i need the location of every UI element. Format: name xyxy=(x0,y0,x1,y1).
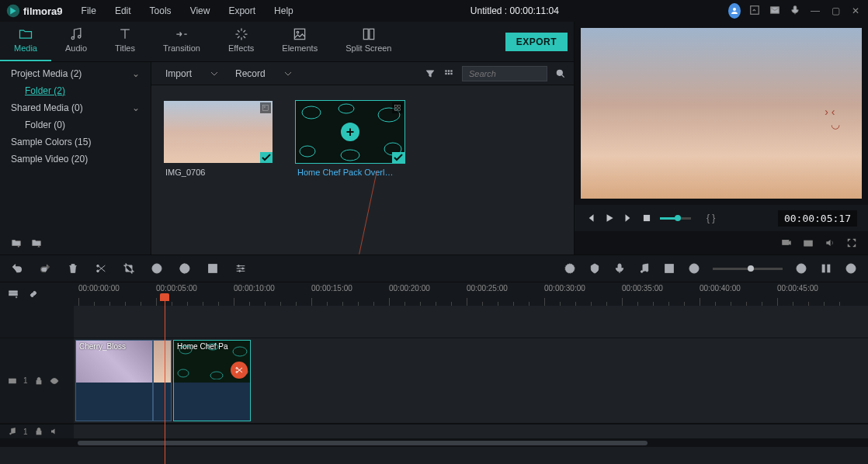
search-icon[interactable] xyxy=(555,68,566,79)
sidebar-project-media[interactable]: Project Media (2)⌄ xyxy=(0,65,151,82)
zoom-out-icon[interactable] xyxy=(688,262,700,275)
mail-icon[interactable] xyxy=(769,5,781,18)
sidebar-shared-media[interactable]: Shared Media (0)⌄ xyxy=(0,99,151,116)
export-frame-icon[interactable] xyxy=(663,262,675,275)
render-icon[interactable] xyxy=(564,262,576,275)
help-icon[interactable] xyxy=(845,262,857,275)
timeline-view-icon[interactable] xyxy=(820,262,832,275)
thumb-label: IMG_0706 xyxy=(164,168,273,177)
sidebar-folder-0[interactable]: Folder (0) xyxy=(0,116,151,133)
menu-view[interactable]: View xyxy=(182,2,218,19)
video-track-body[interactable]: Cherry_Bloss Home Chef Pa xyxy=(74,338,868,423)
record-dropdown[interactable]: Record xyxy=(229,66,298,81)
clip-transition-gap[interactable] xyxy=(153,340,172,421)
window-maximize[interactable]: ▢ xyxy=(829,5,842,16)
link-icon[interactable] xyxy=(28,289,39,300)
clip-cherry-blossom[interactable]: Cherry_Bloss xyxy=(75,340,153,421)
svg-point-39 xyxy=(238,265,239,267)
speed-icon[interactable] xyxy=(151,262,163,275)
speaker-icon[interactable] xyxy=(50,427,59,436)
track-number: 1 xyxy=(23,428,28,436)
export-button[interactable]: EXPORT xyxy=(505,33,568,51)
mic-icon[interactable] xyxy=(789,5,801,18)
filter-icon[interactable] xyxy=(425,68,436,79)
user-avatar-icon[interactable] xyxy=(728,3,741,19)
playback-volume-slider[interactable] xyxy=(660,217,691,220)
svg-rect-14 xyxy=(445,72,446,74)
tab-audio[interactable]: Audio xyxy=(51,22,101,61)
color-icon[interactable] xyxy=(179,262,191,275)
delete-folder-icon[interactable] xyxy=(31,237,42,248)
new-folder-icon[interactable] xyxy=(11,237,22,248)
undo-icon[interactable] xyxy=(11,262,23,275)
voiceover-icon[interactable] xyxy=(613,262,626,275)
media-type-badge-icon xyxy=(392,102,403,113)
timeline-ruler[interactable]: 00:00:00:0000:00:05:0000:00:10:0000:00:1… xyxy=(74,282,868,306)
lock-icon[interactable] xyxy=(34,427,43,436)
svg-point-17 xyxy=(557,70,562,75)
delete-icon[interactable] xyxy=(67,262,79,275)
menu-export[interactable]: Export xyxy=(220,2,263,19)
grid-view-icon[interactable] xyxy=(443,68,454,79)
search-input[interactable] xyxy=(462,66,547,81)
ruler-label: 00:00:25:00 xyxy=(467,284,508,293)
svg-rect-11 xyxy=(445,70,446,71)
tab-elements[interactable]: Elements xyxy=(268,22,332,61)
svg-point-45 xyxy=(646,269,648,272)
split-icon[interactable] xyxy=(95,262,107,275)
menu-file[interactable]: File xyxy=(74,2,104,19)
snapshot-icon[interactable] xyxy=(803,237,814,248)
menu-help[interactable]: Help xyxy=(266,2,301,19)
marker-icon[interactable] xyxy=(589,262,601,275)
sidebar-sample-video[interactable]: Sample Video (20) xyxy=(0,151,151,168)
svg-rect-28 xyxy=(395,109,398,111)
prev-frame-button[interactable] xyxy=(585,213,596,223)
crop-icon[interactable] xyxy=(123,262,135,275)
fullscreen-icon[interactable] xyxy=(846,237,857,248)
media-sidebar: Project Media (2)⌄ Folder (2) Shared Med… xyxy=(0,62,151,255)
zoom-slider[interactable] xyxy=(713,268,783,270)
svg-rect-27 xyxy=(398,106,401,108)
svg-rect-10 xyxy=(370,29,374,39)
menu-tools[interactable]: Tools xyxy=(142,2,179,19)
media-type-badge-icon xyxy=(260,102,271,113)
video-track-1: 1 Cherry_Bloss Home Chef Pa xyxy=(0,338,868,424)
used-check-icon xyxy=(392,152,404,163)
next-frame-button[interactable] xyxy=(623,213,634,223)
tab-transition[interactable]: Transition xyxy=(149,22,214,61)
tab-titles[interactable]: Titles xyxy=(101,22,149,61)
greenscreen-icon[interactable] xyxy=(207,262,219,275)
cut-marker-icon[interactable] xyxy=(231,362,248,379)
menu-edit[interactable]: Edit xyxy=(107,2,139,19)
media-thumb-img0706[interactable]: IMG_0706 xyxy=(164,101,273,177)
stop-button[interactable] xyxy=(641,213,652,223)
play-button[interactable] xyxy=(604,213,615,223)
clip-homechef[interactable]: Home Chef Pa xyxy=(173,340,251,421)
audio-mixer-icon[interactable] xyxy=(638,262,651,275)
activity-icon[interactable] xyxy=(748,5,761,18)
mark-in-out[interactable]: { } xyxy=(707,213,715,223)
tab-splitscreen[interactable]: Split Screen xyxy=(332,22,405,61)
quality-icon[interactable] xyxy=(781,237,792,248)
redo-icon[interactable] xyxy=(39,262,51,275)
tab-media[interactable]: Media xyxy=(0,22,51,61)
manage-tracks-icon[interactable] xyxy=(8,289,19,300)
volume-icon[interactable] xyxy=(825,237,835,248)
svg-point-21 xyxy=(339,104,354,113)
lock-icon[interactable] xyxy=(34,376,43,386)
media-thumb-homechef[interactable]: + Home Chef Pack Overl… xyxy=(296,101,404,177)
eye-icon[interactable] xyxy=(50,376,59,386)
video-preview[interactable]: › ‹ ◡ xyxy=(581,28,862,199)
adjust-icon[interactable] xyxy=(234,262,247,275)
sidebar-folder-selected[interactable]: Folder (2) xyxy=(0,82,151,99)
tab-effects[interactable]: Effects xyxy=(214,22,268,61)
ruler-label: 00:00:00:00 xyxy=(78,284,120,293)
sidebar-sample-colors[interactable]: Sample Colors (15) xyxy=(0,133,151,151)
window-minimize[interactable]: — xyxy=(809,5,821,16)
timeline-scrollbar[interactable] xyxy=(0,439,868,447)
window-close[interactable]: ✕ xyxy=(849,5,862,16)
sparkle-icon xyxy=(234,26,249,42)
zoom-in-icon[interactable] xyxy=(795,262,807,275)
import-dropdown[interactable]: Import xyxy=(159,66,224,81)
playhead[interactable] xyxy=(165,301,165,464)
